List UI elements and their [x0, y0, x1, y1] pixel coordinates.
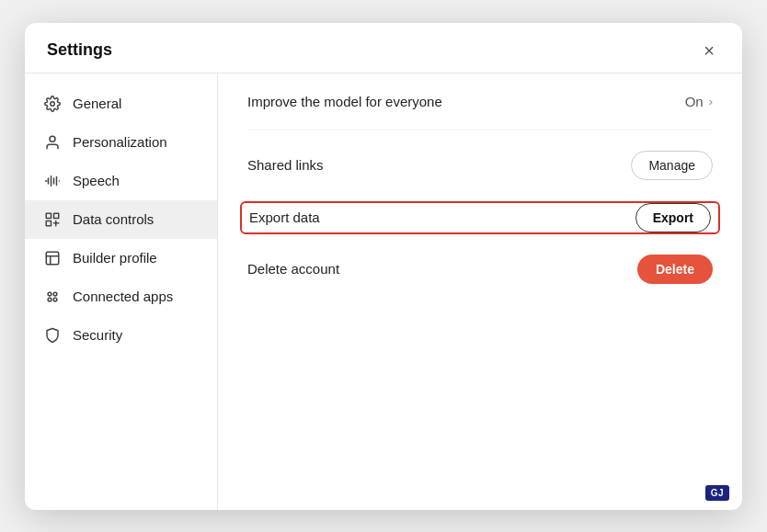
sidebar-item-connected-apps-label: Connected apps	[73, 289, 173, 304]
delete-button[interactable]: Delete	[637, 255, 713, 284]
improve-model-value: On ›	[685, 94, 713, 109]
shared-links-label: Shared links	[247, 157, 324, 173]
sidebar-item-builder-profile[interactable]: Builder profile	[25, 239, 217, 277]
sidebar-item-data-controls-label: Data controls	[73, 211, 154, 227]
improve-model-toggle-value: On	[685, 94, 704, 109]
gear-icon	[43, 95, 62, 113]
svg-point-17	[53, 298, 57, 301]
svg-rect-9	[54, 213, 59, 218]
svg-rect-11	[46, 252, 59, 265]
svg-rect-8	[46, 213, 51, 218]
chevron-right-icon: ›	[709, 95, 713, 108]
svg-point-16	[48, 298, 52, 301]
sidebar-item-data-controls[interactable]: Data controls	[25, 200, 217, 239]
data-icon	[43, 210, 62, 229]
delete-account-row: Delete account Delete	[247, 234, 713, 304]
svg-rect-10	[46, 221, 51, 225]
main-content: Improve the model for everyone On › Shar…	[218, 74, 742, 510]
sidebar: General Personalization	[25, 74, 218, 510]
sidebar-item-connected-apps[interactable]: Connected apps	[25, 277, 217, 316]
person-icon	[43, 133, 62, 152]
shield-icon	[43, 326, 62, 345]
sidebar-item-security[interactable]: Security	[25, 316, 217, 355]
sidebar-item-personalization[interactable]: Personalization	[25, 123, 217, 162]
sidebar-item-speech[interactable]: Speech	[25, 162, 217, 200]
export-button[interactable]: Export	[635, 203, 711, 232]
dialog-title: Settings	[47, 40, 112, 60]
sidebar-item-personalization-label: Personalization	[73, 134, 167, 150]
sidebar-item-builder-profile-label: Builder profile	[73, 250, 157, 266]
dialog-body: General Personalization	[25, 74, 742, 510]
svg-point-14	[48, 292, 52, 296]
svg-point-15	[53, 292, 57, 296]
svg-point-1	[50, 136, 55, 141]
sidebar-item-general-label: General	[73, 96, 121, 111]
watermark: GJ	[705, 485, 729, 501]
builder-icon	[43, 249, 62, 267]
sidebar-item-speech-label: Speech	[73, 173, 120, 188]
export-data-label: Export data	[249, 209, 320, 225]
close-button[interactable]: ×	[698, 40, 720, 62]
waveform-icon	[43, 172, 62, 190]
export-data-row: Export data Export	[240, 201, 720, 234]
sidebar-item-security-label: Security	[73, 327, 122, 343]
improve-model-label: Improve the model for everyone	[247, 94, 442, 109]
settings-dialog: Settings × General	[25, 23, 742, 510]
manage-button[interactable]: Manage	[631, 151, 713, 180]
delete-account-label: Delete account	[247, 261, 339, 277]
shared-links-row: Shared links Manage	[247, 130, 713, 201]
dialog-header: Settings ×	[25, 23, 742, 74]
sidebar-item-general[interactable]: General	[25, 85, 217, 123]
svg-point-0	[51, 101, 55, 106]
apps-icon	[43, 288, 62, 306]
improve-model-row: Improve the model for everyone On ›	[247, 74, 713, 130]
